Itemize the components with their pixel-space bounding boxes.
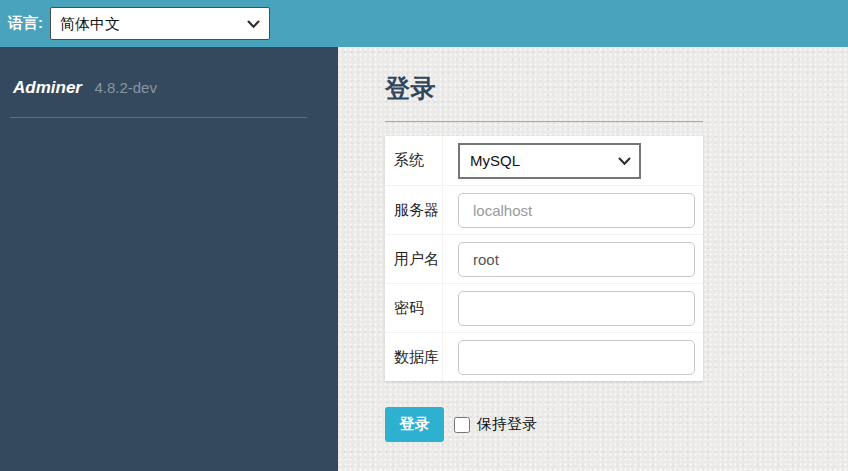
form-actions: 登录 保持登录 [385,407,848,442]
server-input[interactable] [458,193,695,228]
database-input[interactable] [458,340,695,375]
app-version: 4.8.2-dev [94,79,157,96]
sidebar-divider [10,117,307,118]
title-divider [385,121,703,122]
database-field-cell [443,334,703,381]
language-bar: 语言: 简体中文 [0,0,848,47]
form-row-system: 系统 MySQL [385,136,703,185]
username-field-cell [443,236,703,283]
system-select[interactable]: MySQL [458,143,641,179]
remember-label[interactable]: 保持登录 [477,415,537,434]
form-row-database: 数据库 [385,332,703,381]
language-select-wrap: 简体中文 [50,7,270,40]
form-row-username: 用户名 [385,234,703,283]
page-title: 登录 [385,72,848,105]
language-label: 语言: [8,14,43,33]
app-logo: Adminer [13,78,82,97]
server-field-cell [443,187,703,234]
username-label: 用户名 [385,235,443,283]
language-select[interactable]: 简体中文 [50,7,270,40]
server-label: 服务器 [385,186,443,234]
password-field-cell [443,285,703,332]
username-input[interactable] [458,242,695,277]
system-field-cell: MySQL [443,137,703,185]
login-form-card: 系统 MySQL 服务器 用户名 密码 [385,136,703,381]
password-label: 密码 [385,284,443,332]
system-label: 系统 [385,136,443,185]
form-row-server: 服务器 [385,185,703,234]
form-row-password: 密码 [385,283,703,332]
sidebar: Adminer 4.8.2-dev [0,47,338,471]
brand-row: Adminer 4.8.2-dev [0,47,338,98]
system-select-wrap: MySQL [458,143,641,179]
login-button[interactable]: 登录 [385,407,444,442]
database-label: 数据库 [385,333,443,381]
remember-checkbox[interactable] [454,417,470,433]
password-input[interactable] [458,291,695,326]
login-area: 登录 系统 MySQL 服务器 用户名 [338,47,848,471]
